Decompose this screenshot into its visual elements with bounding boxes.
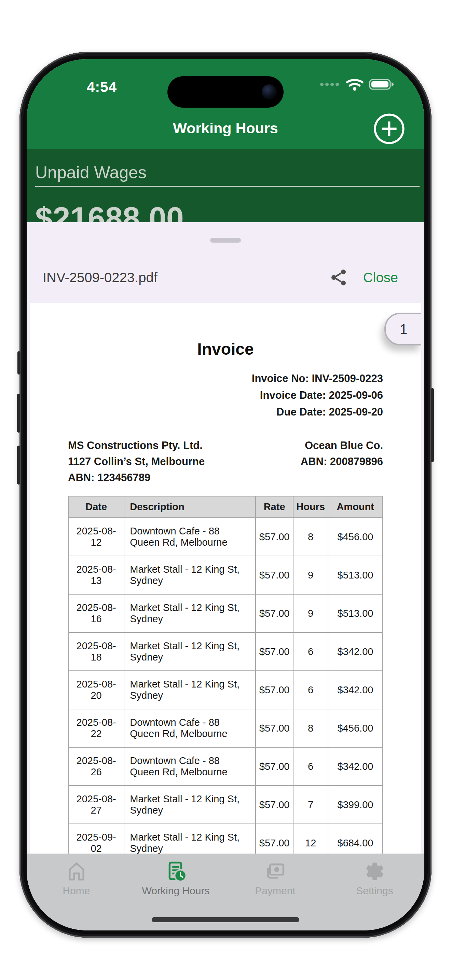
cell: Market Stall - 12 King St, Sydney [124, 824, 256, 854]
cell: 6 [293, 633, 328, 671]
payment-icon [264, 861, 286, 882]
cell: 2025-08-16 [68, 594, 124, 633]
table-row: 2025-08-13Market Stall - 12 King St, Syd… [68, 556, 383, 594]
close-button[interactable]: Close [363, 270, 398, 285]
column-header: Description [124, 496, 256, 518]
tab-label: Settings [356, 885, 393, 897]
status-time: 4:54 [27, 79, 177, 95]
table-row: 2025-08-27Market Stall - 12 King St, Syd… [68, 786, 383, 824]
cell: 2025-08-22 [68, 709, 124, 747]
tab-label: Working Hours [142, 885, 210, 897]
cell: $57.00 [256, 518, 293, 556]
cell: $57.00 [256, 747, 293, 786]
table-row: 2025-08-18Market Stall - 12 King St, Syd… [68, 633, 383, 671]
invoice-addresses: MS Constructions Pty. Ltd. 1127 Collin’s… [68, 438, 383, 485]
cell: 8 [293, 709, 328, 747]
cell: $57.00 [256, 824, 293, 854]
cell: $57.00 [256, 709, 293, 747]
tab-home[interactable]: Home [27, 854, 126, 931]
unpaid-wages-amount: $21688.00 [35, 203, 424, 222]
column-header: Date [68, 496, 124, 518]
items-table: DateDescriptionRateHoursAmount 2025-08-1… [68, 496, 383, 854]
invoice-number-line: Invoice No: INV-2509-0223 [68, 370, 383, 387]
status-icons [319, 78, 394, 91]
screen: 4:54 [27, 59, 424, 931]
pdf-sheet: INV-2509-0223.pdf Close 1 Invoice [27, 222, 424, 854]
action-button [17, 351, 21, 374]
cell: 8 [293, 518, 328, 556]
dynamic-island [167, 76, 284, 108]
items-header-row: DateDescriptionRateHoursAmount [68, 496, 383, 518]
from-line: ABN: 123456789 [68, 469, 205, 485]
due-date-line: Due Date: 2025-09-20 [68, 404, 383, 420]
invoice-date-line: Invoice Date: 2025-09-06 [68, 387, 383, 404]
column-header: Rate [256, 496, 293, 518]
from-line: 1127 Collin’s St, Melbourne [68, 453, 205, 469]
cell: $57.00 [256, 786, 293, 824]
cell: $57.00 [256, 633, 293, 671]
cell: 12 [293, 824, 328, 854]
volume-down-button [17, 445, 20, 485]
phone-frame: 4:54 [19, 52, 432, 938]
table-row: 2025-08-12Downtown Cafe - 88 Queen Rd, M… [68, 518, 383, 556]
cell: Downtown Cafe - 88 Queen Rd, Melbourne [124, 747, 256, 786]
cell: 2025-08-27 [68, 786, 124, 824]
home-icon [66, 861, 87, 882]
cell: $57.00 [256, 594, 293, 633]
invoice-title: Invoice [68, 340, 383, 358]
cell: 6 [293, 747, 328, 786]
cell: $456.00 [328, 709, 383, 747]
invoice-meta: Invoice No: INV-2509-0223 Invoice Date: … [68, 370, 383, 420]
table-row: 2025-08-22Downtown Cafe - 88 Queen Rd, M… [68, 709, 383, 747]
page-number-badge: 1 [384, 313, 421, 345]
divider [35, 186, 419, 187]
cell: 6 [293, 671, 328, 709]
page-number: 1 [400, 321, 407, 337]
pdf-page[interactable]: 1 Invoice Invoice No: INV-2509-0223 Invo… [30, 303, 421, 854]
table-row: 2025-09-02Market Stall - 12 King St, Syd… [68, 824, 383, 854]
cell: $57.00 [256, 556, 293, 594]
cell: 9 [293, 594, 328, 633]
tab-label: Payment [255, 885, 295, 897]
cell: 7 [293, 786, 328, 824]
tab-label: Home [62, 885, 90, 897]
cell: Market Stall - 12 King St, Sydney [124, 556, 256, 594]
cell: Market Stall - 12 King St, Sydney [124, 594, 256, 633]
cell: $342.00 [328, 671, 383, 709]
file-name: INV-2509-0223.pdf [43, 270, 329, 285]
unpaid-wages-panel: Unpaid Wages $21688.00 [27, 149, 424, 222]
cell: 2025-08-12 [68, 518, 124, 556]
working-hours-icon [165, 861, 187, 882]
cell: $513.00 [328, 594, 383, 633]
cell: 2025-08-20 [68, 671, 124, 709]
cellular-icon [319, 82, 340, 87]
cell: 2025-09-02 [68, 824, 124, 854]
share-button[interactable] [329, 268, 348, 287]
to-line: ABN: 200879896 [301, 453, 383, 469]
from-address: MS Constructions Pty. Ltd. 1127 Collin’s… [68, 438, 205, 485]
column-header: Hours [293, 496, 328, 518]
column-header: Amount [328, 496, 383, 518]
camera-icon [262, 84, 277, 99]
cell: Market Stall - 12 King St, Sydney [124, 671, 256, 709]
home-indicator[interactable] [152, 917, 299, 922]
from-line: MS Constructions Pty. Ltd. [68, 438, 205, 453]
to-address: Ocean Blue Co. ABN: 200879896 [301, 438, 383, 485]
add-button[interactable] [373, 113, 406, 145]
cell: $456.00 [328, 518, 383, 556]
cell: $57.00 [256, 671, 293, 709]
table-row: 2025-08-20Market Stall - 12 King St, Syd… [68, 671, 383, 709]
cell: 2025-08-13 [68, 556, 124, 594]
share-icon [329, 268, 348, 287]
unpaid-wages-label: Unpaid Wages [35, 163, 424, 183]
to-line: Ocean Blue Co. [301, 438, 383, 453]
wifi-icon [346, 78, 364, 91]
table-row: 2025-08-16Market Stall - 12 King St, Syd… [68, 594, 383, 633]
tab-settings[interactable]: Settings [325, 854, 424, 931]
drag-handle[interactable] [210, 238, 241, 243]
plus-icon [373, 113, 406, 145]
file-row: INV-2509-0223.pdf Close [27, 268, 424, 287]
cell: Downtown Cafe - 88 Queen Rd, Melbourne [124, 518, 256, 556]
cell: $399.00 [328, 786, 383, 824]
cell: 2025-08-26 [68, 747, 124, 786]
